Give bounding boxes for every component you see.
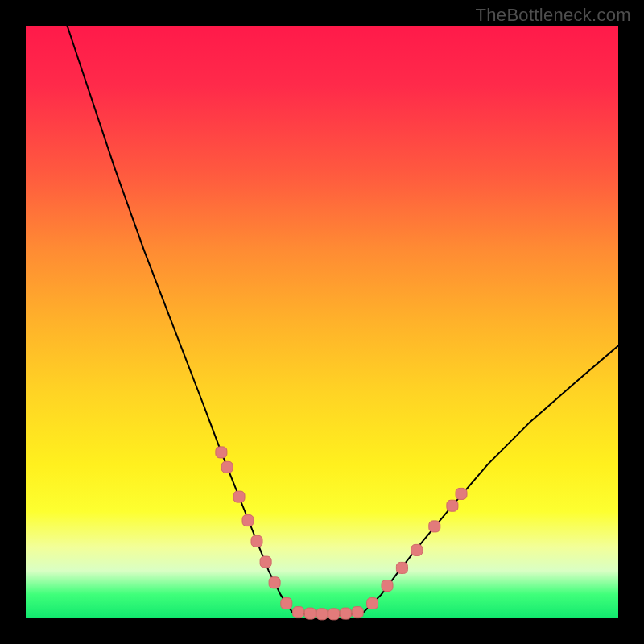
data-marker: [396, 562, 407, 573]
data-marker: [447, 500, 458, 511]
data-marker: [233, 491, 245, 502]
data-marker: [316, 609, 328, 620]
data-marker: [411, 544, 423, 555]
bottleneck-curve: [68, 26, 619, 615]
curve-group: [68, 26, 619, 615]
data-marker: [221, 461, 233, 473]
data-marker: [429, 521, 440, 532]
data-marker: [242, 515, 254, 526]
data-marker: [456, 488, 467, 499]
data-marker: [293, 607, 304, 618]
data-marker: [352, 607, 363, 618]
data-marker: [340, 608, 351, 619]
chart-svg: [26, 26, 618, 618]
data-marker: [328, 609, 340, 620]
chart-container: TheBottleneck.com: [0, 0, 644, 644]
plot-area: [26, 26, 618, 618]
data-marker: [382, 580, 393, 592]
data-marker: [281, 598, 292, 609]
data-marker: [367, 598, 378, 609]
data-marker: [260, 556, 271, 568]
watermark-text: TheBottleneck.com: [476, 5, 631, 26]
data-marker: [269, 577, 280, 588]
data-marker: [251, 535, 262, 547]
data-marker: [216, 447, 227, 458]
data-marker: [304, 608, 316, 619]
